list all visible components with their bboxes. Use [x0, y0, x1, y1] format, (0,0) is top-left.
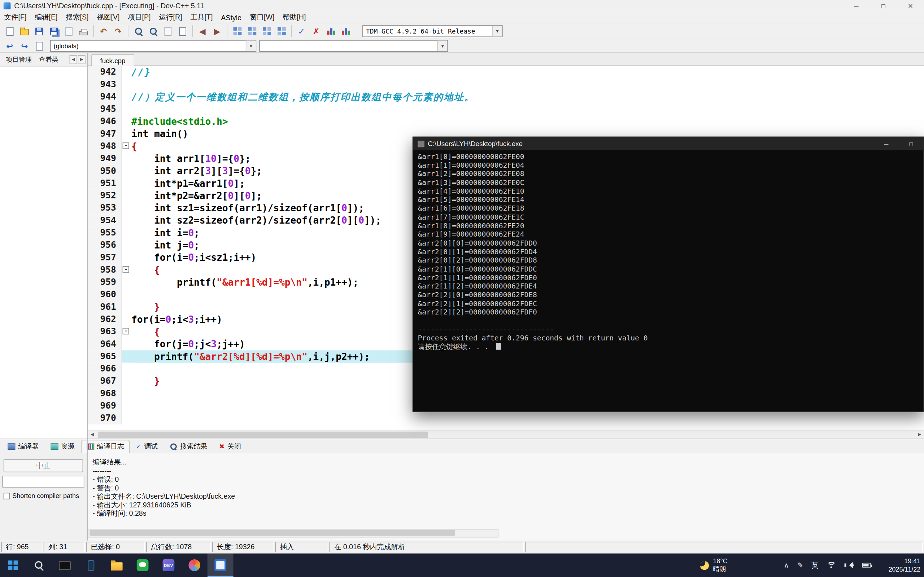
redo-button[interactable]: ↷ [111, 24, 126, 38]
shorten-paths-option[interactable]: Shorten compiler paths [3, 492, 87, 500]
menu-item[interactable]: 窗口[W] [246, 12, 278, 23]
panel-tab-grid[interactable]: 编译器 [3, 440, 44, 454]
tab-scroll-left-icon[interactable]: ◀ [69, 55, 77, 64]
ime-language-indicator[interactable]: 英 [811, 560, 819, 570]
panel-tab-res[interactable]: 资源 [45, 440, 80, 454]
scroll-right-icon[interactable]: ▶ [915, 430, 924, 439]
taskbar-app-browser[interactable] [181, 554, 208, 577]
menu-item[interactable]: AStyle [217, 12, 246, 23]
scrollbar-track[interactable] [97, 430, 915, 439]
pc-icon [59, 561, 71, 569]
taskbar-app-explorer[interactable] [103, 554, 129, 577]
forward-button[interactable]: ▶ [210, 24, 225, 38]
new-project-button[interactable] [230, 24, 245, 38]
menu-item[interactable]: 运行[R] [155, 12, 186, 23]
menu-item[interactable]: 工具[T] [186, 12, 217, 23]
goto-line-button[interactable] [175, 24, 190, 38]
start-icon [8, 561, 18, 570]
file-tab-fuck-cpp[interactable]: fuck.cpp [91, 54, 134, 66]
checkbox-icon[interactable] [3, 493, 10, 499]
scrollbar-thumb[interactable] [89, 530, 455, 535]
pen-icon[interactable]: ✎ [797, 561, 803, 569]
remove-from-project-button[interactable] [274, 24, 289, 38]
line-number: 965 [88, 350, 122, 363]
console-maximize-button[interactable]: □ [899, 137, 924, 150]
taskbar-weather[interactable]: 18°C 晴朗 [700, 554, 728, 577]
search-button[interactable] [26, 554, 52, 577]
browse-file-button[interactable] [32, 39, 47, 53]
members-select[interactable]: ▼ [259, 40, 447, 52]
menu-item[interactable]: 搜索[S] [62, 12, 93, 23]
maximize-button[interactable]: □ [870, 0, 897, 12]
console-minimize-button[interactable]: ─ [874, 137, 899, 150]
back-button[interactable]: ◀ [195, 24, 210, 38]
abort-button[interactable]: 中止 [3, 459, 83, 472]
line-number: 969 [88, 400, 122, 412]
globals-select[interactable]: (globals) ▼ [50, 40, 256, 52]
panel-tab-mag[interactable]: 搜索结果 [164, 440, 213, 454]
tab-scroll-right-icon[interactable]: ▶ [78, 55, 86, 64]
tab-project-manager[interactable]: 项目管理 [3, 54, 36, 65]
console-line: &arr1[7]=000000000062FE1C [418, 213, 919, 222]
panel-tab-close[interactable]: ✖关闭 [214, 440, 246, 454]
fold-margin [122, 251, 130, 264]
fold-toggle-icon[interactable]: - [123, 142, 129, 149]
compile-run-button[interactable] [338, 24, 353, 38]
code-text: //} [130, 66, 924, 78]
hidden-icons-chevron-icon[interactable]: ∧ [783, 561, 789, 569]
log-hscrollbar[interactable] [88, 529, 498, 538]
window-titlebar[interactable]: C:\Users\LYH\Desktop\fuck.cpp - [Executi… [0, 0, 924, 12]
tab-class-view[interactable]: 查看类 [36, 54, 62, 65]
taskbar-app-current[interactable] [208, 554, 234, 577]
close-file-button[interactable] [61, 24, 76, 38]
start-button[interactable] [0, 554, 26, 577]
menu-item[interactable]: 项目[P] [124, 12, 155, 23]
wifi-icon[interactable] [827, 561, 836, 569]
find-button[interactable] [131, 24, 145, 38]
battery-icon[interactable] [862, 563, 871, 567]
stop-execution-button[interactable]: ✗ [309, 24, 324, 38]
volume-muted-icon[interactable]: ✕ [844, 562, 854, 569]
close-button[interactable]: ✕ [897, 0, 924, 12]
profile-button[interactable] [323, 24, 338, 38]
jump-forward-button[interactable]: ↪ [17, 39, 32, 53]
taskbar-clock[interactable]: 19:41 2025/11/22 [888, 554, 921, 577]
panel-tab-check[interactable]: ✓调试 [131, 440, 163, 454]
print-button[interactable] [76, 24, 91, 38]
open-button[interactable] [17, 24, 32, 38]
replace-button[interactable] [145, 24, 160, 38]
scrollbar-thumb[interactable] [98, 431, 428, 438]
project-tree[interactable] [0, 66, 87, 438]
panel-splitter[interactable] [87, 53, 88, 541]
fold-toggle-icon[interactable]: - [123, 328, 129, 334]
taskbar-app-wechat[interactable] [129, 554, 155, 577]
taskbar-app-pc[interactable] [52, 554, 78, 577]
panel-tab-label: 调试 [144, 442, 158, 451]
taskbar-app-phone[interactable] [78, 554, 104, 577]
menu-item[interactable]: 文件[F] [0, 12, 31, 23]
add-to-project-button[interactable] [259, 24, 274, 38]
menu-item[interactable]: 编辑[E] [31, 12, 62, 23]
undo-button[interactable]: ↶ [96, 24, 111, 38]
scrollbar-track[interactable] [89, 529, 498, 538]
console-titlebar[interactable]: C:\Users\LYH\Desktop\fuck.exe ─ □ [413, 137, 923, 150]
line-number: 953 [88, 202, 122, 214]
panel-tab-chart[interactable]: 编译日志 [81, 440, 129, 454]
menu-item[interactable]: 视图[V] [93, 12, 124, 23]
code-line: 942//} [88, 66, 924, 78]
taskbar-app-devcpp[interactable]: DEV [155, 554, 181, 577]
menu-item[interactable]: 帮助[H] [279, 12, 310, 23]
find-in-files-button[interactable] [160, 24, 175, 38]
save-all-button[interactable] [47, 24, 61, 38]
compile-button[interactable]: ✓ [294, 24, 309, 38]
compiler-select[interactable]: TDM-GCC 4.9.2 64-bit Release ▼ [362, 25, 503, 37]
scroll-left-icon[interactable]: ◀ [88, 430, 96, 439]
find-icon [134, 26, 143, 36]
fold-toggle-icon[interactable]: - [123, 266, 129, 272]
open-project-button[interactable] [245, 24, 260, 38]
new-file-button[interactable] [3, 24, 17, 38]
minimize-button[interactable]: ─ [843, 0, 870, 12]
editor-hscrollbar[interactable]: ◀ ▶ [88, 430, 924, 438]
save-button[interactable] [32, 24, 47, 38]
jump-back-button[interactable]: ↩ [3, 39, 17, 53]
